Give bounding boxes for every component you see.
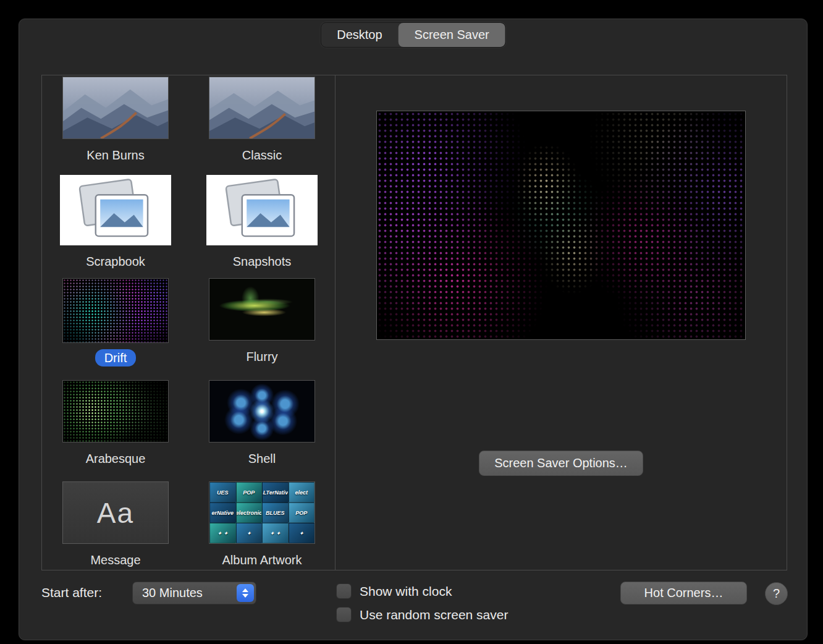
screen-saver-options-button[interactable]: Screen Saver Options… [479,451,643,476]
arabesque-thumbnail-art [63,381,168,442]
saver-item-drift[interactable]: Drift [42,278,189,380]
chevron-up-icon [242,588,248,592]
saver-thumb-ken-burns[interactable] [62,77,169,139]
chevron-down-icon [242,594,248,598]
saver-thumb-flurry[interactable] [209,278,315,341]
saver-label: Snapshots [233,254,292,269]
saver-item-album-artwork[interactable]: UES POP ALTerNative elect erNative elect… [189,481,335,572]
saver-item-arabesque[interactable]: Arabesque [42,380,189,481]
show-with-clock-row: Show with clock [336,583,452,599]
photos-icon [60,175,171,245]
saver-item-flurry[interactable]: Flurry [189,278,335,380]
start-after-value: 30 Minutes [133,586,237,600]
saver-thumb-message[interactable]: Aa [62,481,169,544]
saver-item-ken-burns[interactable]: Ken Burns [42,77,189,175]
mountain-photo [209,77,314,138]
desktop-screensaver-tab-bar: Desktop Screen Saver [320,22,506,48]
saver-thumb-classic[interactable] [209,77,315,139]
drift-thumbnail-art [63,279,168,342]
saver-label: Ken Burns [87,148,144,163]
help-button[interactable]: ? [765,582,788,605]
saver-thumb-drift[interactable] [62,278,169,343]
album-cover: POP [236,482,263,502]
content-box: Ken Burns Classic [41,75,787,570]
saver-thumb-album-artwork[interactable]: UES POP ALTerNative elect erNative elect… [209,481,315,544]
saver-item-scrapbook[interactable]: Scrapbook [42,175,189,278]
album-cover: BLUES [262,502,289,523]
album-cover: ✦ [236,523,263,543]
hot-corners-button[interactable]: Hot Corners… [620,582,747,604]
album-cover: ✦ [289,523,315,543]
photos-icon [206,175,318,245]
saver-label: Scrapbook [86,254,145,269]
preview-panel: Screen Saver Options… [336,75,787,570]
album-cover: ALTerNative [262,482,289,502]
screen-saver-preferences-window: Desktop Screen Saver Ken Burns [19,19,808,640]
tab-desktop[interactable]: Desktop [321,23,398,47]
question-mark-icon: ? [773,587,780,601]
saver-item-message[interactable]: Aa Message [42,481,189,572]
show-with-clock-label: Show with clock [360,584,452,599]
screen-saver-preview [376,111,746,340]
saver-item-shell[interactable]: Shell [189,380,335,481]
album-cover: ✦ ✦ [262,523,289,543]
use-random-screen-saver-checkbox[interactable] [336,607,352,622]
saver-thumb-scrapbook[interactable] [60,175,171,245]
drift-preview-art [377,111,745,339]
show-with-clock-checkbox[interactable] [336,583,352,599]
saver-item-snapshots[interactable]: Snapshots [189,175,335,278]
album-cover: elect [289,482,315,502]
saver-label: Classic [242,148,282,163]
album-cover: ✦ ✦ [209,523,236,543]
album-cover: UES [209,482,236,502]
use-random-screen-saver-label: Use random screen saver [360,608,508,622]
start-after-select[interactable]: 30 Minutes [132,582,256,604]
saver-thumb-shell[interactable] [209,380,315,443]
stepper-icon [237,584,254,602]
tab-screen-saver[interactable]: Screen Saver [399,23,505,47]
album-cover: POP [289,502,315,523]
start-after-label: Start after: [41,585,102,600]
saver-label: Arabesque [86,451,146,466]
saver-item-classic[interactable]: Classic [189,77,335,175]
saver-label: Album Artwork [222,553,302,567]
screen-saver-list: Ken Burns Classic [42,75,336,570]
saver-label: Flurry [246,349,277,364]
saver-thumb-snapshots[interactable] [206,175,318,245]
saver-thumb-arabesque[interactable] [62,380,169,443]
use-random-screen-saver-row: Use random screen saver [336,607,508,622]
album-cover: erNative [209,502,236,523]
album-cover: electronic [236,502,263,523]
saver-label: Shell [248,451,276,466]
message-sample-text: Aa [97,496,134,530]
saver-label: Message [90,553,140,567]
mountain-photo [63,77,168,138]
saver-label-selected: Drift [95,349,137,366]
